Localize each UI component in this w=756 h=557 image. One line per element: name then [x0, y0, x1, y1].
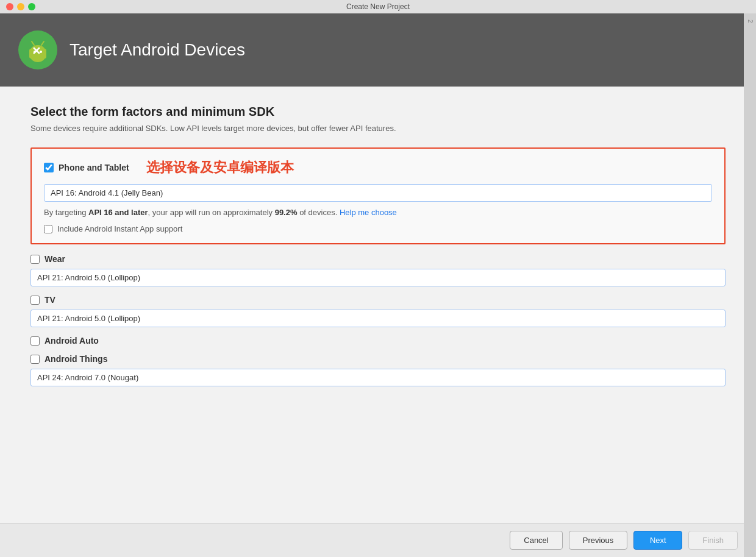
phone-tablet-row: Phone and Tablet 选择设备及安卓编译版本 [44, 158, 712, 177]
section-subtitle: Some devices require additional SDKs. Lo… [30, 124, 726, 133]
section-title: Select the form factors and minimum SDK [30, 105, 726, 119]
previous-button[interactable]: Previous [569, 531, 628, 550]
tv-label: TV [45, 295, 55, 305]
close-button[interactable] [6, 3, 13, 10]
android-auto-section: Android Auto [30, 336, 726, 346]
right-strip-text: 2 [747, 20, 754, 23]
android-auto-row: Android Auto [30, 336, 726, 346]
wear-checkbox[interactable] [30, 255, 40, 264]
tv-sdk-select[interactable]: API 21: Android 5.0 (Lollipop) API 23: A… [30, 310, 726, 327]
main-content: Select the form factors and minimum SDK … [0, 87, 756, 523]
cancel-button[interactable]: Cancel [510, 531, 562, 550]
window-title: Create New Project [346, 2, 410, 11]
wear-sdk-container: API 21: Android 5.0 (Lollipop) API 23: A… [30, 269, 726, 286]
minimize-button[interactable] [17, 3, 24, 10]
window-controls [6, 3, 35, 10]
phone-tablet-label: Phone and Tablet [59, 163, 129, 172]
svg-text:✕: ✕ [32, 45, 41, 57]
finish-button[interactable]: Finish [688, 531, 738, 550]
instant-app-label: Include Android Instant App support [57, 224, 182, 233]
phone-tablet-sdk-select[interactable]: API 16: Android 4.1 (Jelly Bean) API 17:… [44, 184, 712, 202]
wear-section: Wear API 21: Android 5.0 (Lollipop) API … [30, 254, 726, 286]
android-logo-icon: ✕ [24, 37, 51, 63]
phone-tablet-checkbox[interactable] [44, 163, 54, 172]
header-title: Target Android Devices [70, 40, 245, 60]
android-auto-checkbox[interactable] [30, 336, 40, 346]
wear-sdk-select[interactable]: API 21: Android 5.0 (Lollipop) API 23: A… [30, 269, 726, 286]
tv-checkbox[interactable] [30, 296, 40, 305]
maximize-button[interactable] [28, 3, 35, 10]
android-things-row: Android Things [30, 354, 726, 364]
title-bar: Create New Project [0, 0, 756, 13]
tv-row: TV [30, 295, 726, 305]
tv-section: TV API 21: Android 5.0 (Lollipop) API 23… [30, 295, 726, 327]
phone-tablet-annotation: 选择设备及安卓编译版本 [146, 158, 294, 177]
next-button[interactable]: Next [633, 531, 682, 550]
android-things-checkbox[interactable] [30, 355, 40, 364]
android-logo: ✕ [18, 30, 57, 69]
svg-line-5 [41, 41, 44, 45]
android-things-label: Android Things [45, 354, 107, 364]
wear-label: Wear [45, 254, 65, 264]
android-things-sdk-select[interactable]: API 24: Android 7.0 (Nougat) API 26: And… [30, 369, 726, 386]
header: ✕ Target Android Devices [0, 13, 756, 87]
help-me-choose-link[interactable]: Help me choose [340, 208, 397, 217]
right-strip: 2 [744, 13, 756, 557]
tv-sdk-container: API 21: Android 5.0 (Lollipop) API 23: A… [30, 310, 726, 327]
instant-app-row: Include Android Instant App support [44, 224, 712, 233]
instant-app-checkbox[interactable] [44, 225, 52, 233]
android-things-sdk-container: API 24: Android 7.0 (Nougat) API 26: And… [30, 369, 726, 386]
bottom-bar: Cancel Previous Next Finish [0, 523, 756, 557]
phone-tablet-sdk-container: API 16: Android 4.1 (Jelly Bean) API 17:… [44, 184, 712, 202]
targeting-info: By targeting API 16 and later, your app … [44, 208, 712, 217]
wear-row: Wear [30, 254, 726, 264]
android-auto-label: Android Auto [45, 336, 99, 346]
phone-tablet-card: Phone and Tablet 选择设备及安卓编译版本 API 16: And… [30, 147, 726, 244]
android-things-section: Android Things API 24: Android 7.0 (Noug… [30, 354, 726, 386]
